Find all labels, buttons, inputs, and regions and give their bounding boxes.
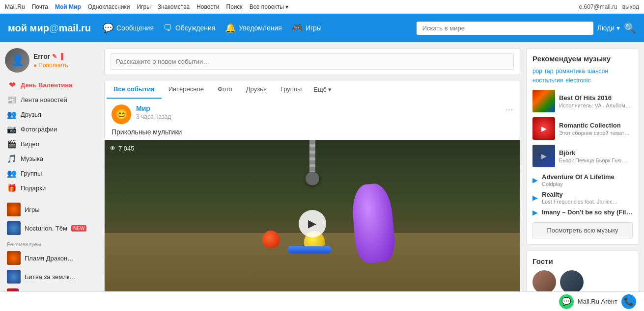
scene-chain [309, 140, 315, 174]
track-play-2[interactable]: ▶ [532, 194, 538, 202]
track-title-1: Adventure Of A Lifetime [542, 173, 633, 181]
guests-title: Гости [532, 257, 633, 265]
topnav-mailru[interactable]: Mail.Ru [5, 3, 25, 10]
red-mark-icon: ▐ [59, 53, 63, 60]
track-item-3[interactable]: ▶ Imany – Don't be so shy (Filat… [532, 208, 633, 216]
post-options-button[interactable]: ··· [505, 104, 513, 115]
guest-avatar-2[interactable] [560, 270, 584, 294]
album-list: Best Of Hits 2016 Исполнитель: VA . Альб… [532, 90, 633, 167]
play-button[interactable]: ▶ [299, 210, 326, 237]
scene-weight [306, 172, 319, 185]
search-input[interactable] [417, 22, 593, 35]
sidebar-rec-game-1[interactable]: Пламя Дракон… [5, 249, 98, 267]
topnav-moimir[interactable]: Мой Мир [55, 3, 81, 10]
edit-profile-icon[interactable]: ✎ [52, 53, 57, 60]
track-info-1: Adventure Of A Lifetime Coldplay [542, 173, 633, 187]
main-layout: 👤 Error ✎ ▐ ● Пополнить ❤ День Валентина [0, 42, 644, 311]
album-sub-2: Этот сборник своей темат… [559, 130, 633, 136]
tag-romantic[interactable]: романтика [556, 68, 585, 75]
mail-agent-widget[interactable]: 💬 Mail.Ru Агент 📞 [559, 294, 636, 309]
tab-photo[interactable]: Фото [211, 80, 239, 99]
tag-pop[interactable]: pop [532, 68, 542, 75]
tab-all-events[interactable]: Все события [107, 80, 162, 99]
album-cover-2: ▶ [532, 117, 555, 140]
user-block: 👤 Error ✎ ▐ ● Пополнить [5, 48, 98, 73]
header-nav-games[interactable]: 🎮 Игры [292, 23, 322, 33]
album-item-1[interactable]: Best Of Hits 2016 Исполнитель: VA . Альб… [532, 90, 633, 112]
avatar[interactable]: 👤 [5, 48, 29, 73]
view-count: 👁 7 045 [110, 145, 135, 152]
agent-phone-icon[interactable]: 📞 [621, 294, 636, 309]
track-item-2[interactable]: ▶ Reality Lost Frequencies feat. Janiec… [532, 191, 633, 205]
track-info-3: Imany – Don't be so shy (Filat… [542, 208, 633, 216]
photos-icon: 📷 [7, 124, 17, 134]
track-artist-1: Coldplay [542, 181, 633, 187]
sidebar-item-valentine[interactable]: ❤ День Валентина [5, 78, 98, 92]
recommended-section-title: Рекомендуем [5, 237, 98, 249]
album-info-1: Best Of Hits 2016 Исполнитель: VA . Альб… [559, 94, 633, 108]
right-sidebar: Рекомендуем музыку pop rap романтика шан… [526, 48, 639, 311]
site-logo: мой мир@mail.ru [8, 23, 91, 34]
track-title-3: Imany – Don't be so shy (Filat… [542, 208, 633, 216]
track-list: ▶ Adventure Of A Lifetime Coldplay ▶ Rea… [532, 173, 633, 216]
tab-groups[interactable]: Группы [274, 80, 308, 99]
post-author[interactable]: Мир [136, 104, 501, 112]
sidebar-item-friends[interactable]: 👥 Друзья [5, 107, 98, 122]
games-icon: 🎮 [292, 23, 303, 33]
topnav-logout[interactable]: выход [622, 3, 639, 10]
header-nav-messages[interactable]: 💬 Сообщения [103, 23, 154, 33]
new-badge: NEW [71, 225, 86, 232]
sidebar-item-video[interactable]: 🎬 Видео [5, 136, 98, 151]
sidebar-item-news[interactable]: 📰 Лента новостей [5, 92, 98, 107]
sidebar-item-nocturion[interactable]: Nocturion. Тём NEW [5, 219, 98, 237]
sidebar-item-gifts[interactable]: 🎁 Подарки [5, 181, 98, 195]
track-item-1[interactable]: ▶ Adventure Of A Lifetime Coldplay [532, 173, 633, 187]
fill-icon: ● [33, 62, 37, 69]
topnav-all-projects[interactable]: Все проекты ▾ [250, 3, 288, 10]
topnav-email[interactable]: e.607@mail.ru [579, 3, 617, 10]
guest-avatar-1[interactable] [532, 270, 556, 294]
header-bar: мой мир@mail.ru 💬 Сообщения 🗨 Обсуждения… [0, 14, 644, 42]
tab-interesting[interactable]: Интересное [162, 80, 211, 99]
tab-more[interactable]: Ещё ▾ [308, 81, 336, 98]
fill-profile-button[interactable]: ● Пополнить [33, 62, 68, 69]
agent-whatsapp-icon: 💬 [559, 294, 574, 309]
sidebar-item-photos[interactable]: 📷 Фотографии [5, 122, 98, 136]
tag-electronic[interactable]: electronic [565, 77, 590, 84]
topnav-igry[interactable]: Игры [137, 3, 150, 10]
header-nav-discussions[interactable]: 🗨 Обсуждения [164, 23, 215, 33]
topnav-novosti[interactable]: Новости [196, 3, 219, 10]
tag-shanson[interactable]: шансон [588, 68, 608, 75]
post-text: Прикольные мультики [105, 128, 520, 140]
news-icon: 📰 [7, 95, 17, 104]
people-button[interactable]: Люди ▾ [597, 24, 620, 32]
album-item-2[interactable]: ▶ Romantic Collection Этот сборник своей… [532, 117, 633, 140]
album-item-3[interactable]: ▶ Björk Бьорк Певица Бьорк Гью… [532, 145, 633, 167]
user-info: Error ✎ ▐ ● Пополнить [33, 52, 68, 69]
topnav-poisk[interactable]: Поиск [226, 3, 243, 10]
track-play-3[interactable]: ▶ [532, 208, 538, 216]
video-container[interactable]: 👁 7 045 ▶ 1:48 Прикольные мультики + Доб… [105, 140, 520, 307]
track-play-1[interactable]: ▶ [532, 176, 538, 184]
tag-rap[interactable]: rap [545, 68, 553, 75]
header-nav-notifications[interactable]: 🔔 Уведомления [225, 23, 282, 33]
sidebar-item-groups[interactable]: 👥 Группы [5, 166, 98, 181]
topnav-znakomstva[interactable]: Знакомства [158, 3, 190, 10]
notifications-icon: 🔔 [225, 23, 236, 33]
sidebar-item-games[interactable]: Игры [5, 200, 98, 219]
sidebar-item-music[interactable]: 🎵 Музыка [5, 151, 98, 166]
sidebar-rec-game-2[interactable]: Битва за землк… [5, 267, 98, 286]
music-widget: Рекомендуем музыку pop rap романтика шан… [526, 48, 639, 245]
topnav-ok[interactable]: Одноклассники [88, 3, 130, 10]
view-all-music-button[interactable]: Посмотреть всю музыку [532, 222, 633, 238]
tab-friends[interactable]: Друзья [239, 80, 274, 99]
topnav-pochta[interactable]: Почта [32, 3, 48, 10]
post-header: 😊 Мир 3 часа назад ··· [105, 99, 520, 128]
new-post-input[interactable] [111, 53, 514, 70]
search-submit-button[interactable]: 🔍 [624, 22, 636, 34]
messages-icon: 💬 [103, 23, 113, 33]
album-info-3: Björk Бьорк Певица Бьорк Гью… [559, 149, 633, 163]
chevron-down-icon: ▾ [616, 24, 620, 32]
heart-icon: ❤ [7, 80, 17, 90]
tag-nostalgia[interactable]: ностальгия [532, 77, 563, 84]
